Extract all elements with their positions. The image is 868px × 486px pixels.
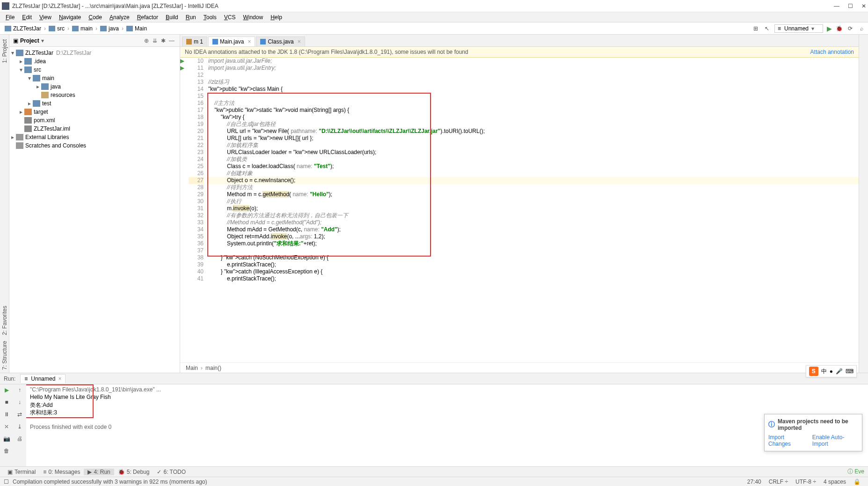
line-separator[interactable]: CRLF ÷	[765, 479, 792, 485]
left-tool-strip: 1: Project 2: Favorites 7: Structure	[0, 35, 9, 373]
code-body[interactable]: import java.util.jar.JarFile;import java…	[206, 58, 859, 362]
run-label: Run:	[4, 376, 15, 382]
menu-navigate[interactable]: Navigate	[55, 14, 85, 21]
scroll-icon[interactable]: ⤓	[16, 423, 23, 430]
structure-tool-tab[interactable]: 7: Structure	[0, 338, 9, 373]
coverage-button[interactable]: ⟳	[846, 25, 854, 32]
project-view-label[interactable]: Project	[20, 37, 39, 44]
menu-view[interactable]: View	[36, 14, 55, 21]
menu-edit[interactable]: Edit	[18, 14, 36, 21]
bottom-tab-6-todo[interactable]: ✓6: TODO	[153, 469, 190, 475]
tree-node-external-libraries[interactable]: ▸External Libraries	[9, 133, 180, 141]
dump-icon[interactable]: 📷	[3, 435, 10, 442]
menu-code[interactable]: Code	[85, 14, 106, 21]
wrap-icon[interactable]: ⇄	[16, 411, 23, 418]
console-line: 求和结果:3	[30, 409, 864, 416]
run-config-tab[interactable]: ≡ Unnamed ×	[20, 374, 66, 383]
debug-button[interactable]: 🐞	[836, 25, 843, 32]
project-tree: ▾ZLZTestJarD:\ZLZTestJar▸.idea▾src▾main▸…	[9, 47, 180, 373]
search-everywhere-icon[interactable]: ⌕	[858, 25, 865, 32]
tree-node-target[interactable]: ▸target	[9, 108, 180, 116]
breadcrumb-main[interactable]: Main	[124, 25, 149, 32]
menu-refactor[interactable]: Refactor	[133, 14, 162, 21]
cursor-position[interactable]: 27:40	[744, 479, 765, 485]
console-line: Hello My Name Is Lite Gray Fish	[30, 394, 864, 401]
bottom-tab-4-run[interactable]: ▶4: Run	[84, 469, 114, 475]
event-log-tab[interactable]: ⓘ Eve	[847, 468, 864, 476]
menu-tools[interactable]: Tools	[200, 14, 220, 21]
minimize-button[interactable]: —	[834, 3, 839, 9]
close-tab-icon[interactable]: ×	[248, 38, 251, 45]
encoding[interactable]: UTF-8 ÷	[792, 479, 820, 485]
editor-tab-main-java[interactable]: Main.java×	[208, 37, 255, 46]
gear-icon[interactable]: ✱	[159, 37, 168, 44]
close-tab-icon[interactable]: ×	[298, 38, 301, 45]
stop-icon[interactable]: ■	[3, 398, 10, 406]
line-numbers: 1011121314151617181920212223242526272829…	[189, 58, 206, 362]
menu-build[interactable]: Build	[162, 14, 182, 21]
tree-node-scratches-and-consoles[interactable]: Scratches and Consoles	[9, 141, 180, 150]
scroll-to-source-icon[interactable]: ⊕	[142, 37, 151, 44]
run-button[interactable]: ▶	[827, 25, 832, 32]
ime-punct[interactable]: ●	[830, 368, 833, 375]
pause-icon[interactable]: ⏸	[3, 411, 10, 418]
favorites-tool-tab[interactable]: 2: Favorites	[0, 303, 9, 338]
menu-help[interactable]: Help	[267, 14, 286, 21]
code-editor[interactable]: ▶▶ 1011121314151617181920212223242526272…	[180, 58, 859, 362]
right-tool-strip	[859, 35, 868, 373]
chevron-down-icon[interactable]: ▾	[41, 37, 44, 44]
tree-node-resources[interactable]: resources	[9, 91, 180, 99]
tree-node-zlztestjar[interactable]: ▾ZLZTestJarD:\ZLZTestJar	[9, 49, 180, 57]
breadcrumb-src[interactable]: src	[47, 25, 66, 32]
editor-tab-class-java[interactable]: Class.java×	[256, 37, 305, 46]
down-icon[interactable]: ↓	[16, 398, 23, 406]
breadcrumb-zlztestjar[interactable]: ZLZTestJar	[3, 25, 43, 32]
crumb-class[interactable]: Main	[186, 365, 198, 371]
tree-node--idea[interactable]: ▸.idea	[9, 57, 180, 66]
maven-popup-title: Maven projects need to be imported	[778, 418, 858, 431]
enable-auto-import-link[interactable]: Enable Auto-Import	[812, 434, 858, 447]
close-button[interactable]: ✕	[861, 3, 866, 9]
import-changes-link[interactable]: Import Changes	[768, 434, 807, 447]
run-config-selector[interactable]: ≡ Unnamed ▾	[774, 24, 823, 33]
bottom-tab-terminal[interactable]: ▣Terminal	[4, 469, 39, 475]
bottom-tab-0-messages[interactable]: ≡0: Messages	[39, 469, 84, 475]
lock-icon[interactable]: 🔒	[850, 479, 864, 485]
editor-tabs: m 1Main.java×Class.java×	[180, 35, 859, 47]
menu-window[interactable]: Window	[239, 14, 267, 21]
tree-node-java[interactable]: ▸java	[9, 82, 180, 91]
indent-setting[interactable]: 4 spaces	[820, 479, 850, 485]
collapse-all-icon[interactable]: ⇊	[151, 37, 159, 44]
delete-icon[interactable]: 🗑	[3, 447, 10, 455]
console-output[interactable]: "C:\Program Files\Java\jdk1.8.0_191\bin\…	[26, 384, 868, 466]
rerun-icon[interactable]: ▶	[3, 386, 10, 394]
tree-node-pom-xml[interactable]: pom.xml	[9, 116, 180, 125]
breadcrumb-main[interactable]: main	[70, 25, 95, 32]
print-icon[interactable]: 🖨	[16, 435, 23, 442]
ime-mic-icon[interactable]: 🎤	[836, 368, 843, 375]
tree-node-main[interactable]: ▾main	[9, 74, 180, 82]
attach-annotation-link[interactable]: Attach annotation	[810, 49, 854, 55]
breadcrumb-java[interactable]: java	[98, 25, 121, 32]
ime-lang[interactable]: 中	[821, 368, 827, 376]
hide-icon[interactable]: —	[168, 37, 176, 44]
exit-icon[interactable]: ⤫	[3, 423, 10, 430]
tree-node-zlztestjar-iml[interactable]: ZLZTestJar.iml	[9, 125, 180, 133]
ime-keyboard-icon[interactable]: ⌨	[846, 368, 853, 375]
menu-run[interactable]: Run	[182, 14, 200, 21]
tree-node-src[interactable]: ▾src	[9, 66, 180, 74]
ime-toolbar[interactable]: S 中 ● 🎤 ⌨	[806, 365, 857, 377]
up-icon[interactable]: ↑	[16, 386, 23, 394]
maximize-button[interactable]: ☐	[848, 3, 853, 9]
project-tool-tab[interactable]: 1: Project	[0, 37, 9, 66]
editor-tab-1[interactable]: m 1	[182, 37, 207, 46]
bottom-tab-5-debug[interactable]: 🐞5: Debug	[114, 469, 153, 475]
nav-back-icon[interactable]: ↖	[763, 25, 771, 32]
build-icon[interactable]: ⊞	[752, 25, 759, 32]
menu-analyze[interactable]: Analyze	[106, 14, 133, 21]
menu-vcs[interactable]: VCS	[220, 14, 240, 21]
menu-file[interactable]: File	[2, 14, 18, 21]
tree-node-test[interactable]: ▸test	[9, 99, 180, 108]
crumb-method[interactable]: main()	[205, 365, 221, 371]
status-icon[interactable]: ☐	[4, 479, 9, 485]
